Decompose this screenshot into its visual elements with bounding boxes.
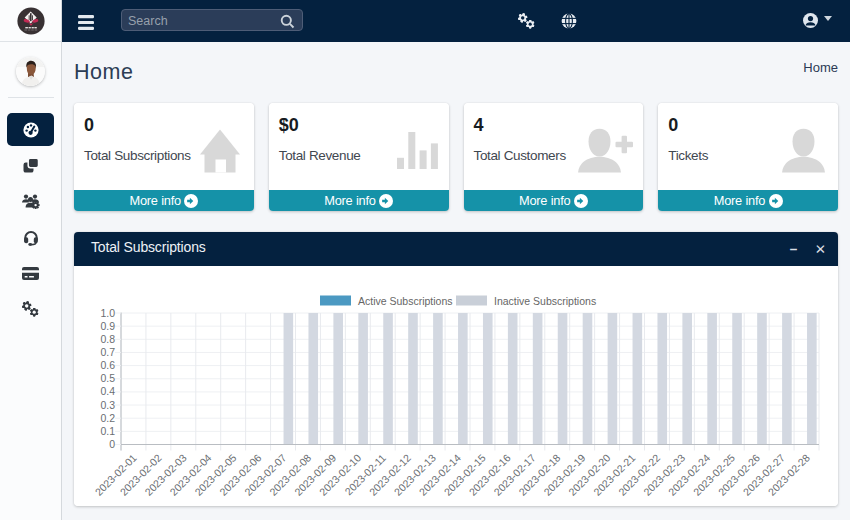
svg-text:0.9: 0.9 <box>100 320 115 332</box>
svg-text:0: 0 <box>109 438 115 450</box>
svg-text:0.1: 0.1 <box>100 425 115 437</box>
svg-text:0.6: 0.6 <box>100 359 115 371</box>
svg-text:0.3: 0.3 <box>100 399 115 411</box>
svg-text:0.7: 0.7 <box>100 346 115 358</box>
svg-text:0.4: 0.4 <box>100 385 115 397</box>
svg-text:0.5: 0.5 <box>100 372 115 384</box>
svg-text:Inactive Subscriptions: Inactive Subscriptions <box>494 295 596 307</box>
svg-text:Active Subscriptions: Active Subscriptions <box>358 295 453 307</box>
svg-text:0.2: 0.2 <box>100 412 115 424</box>
svg-text:1.0: 1.0 <box>100 307 115 319</box>
svg-text:0.8: 0.8 <box>100 333 115 345</box>
